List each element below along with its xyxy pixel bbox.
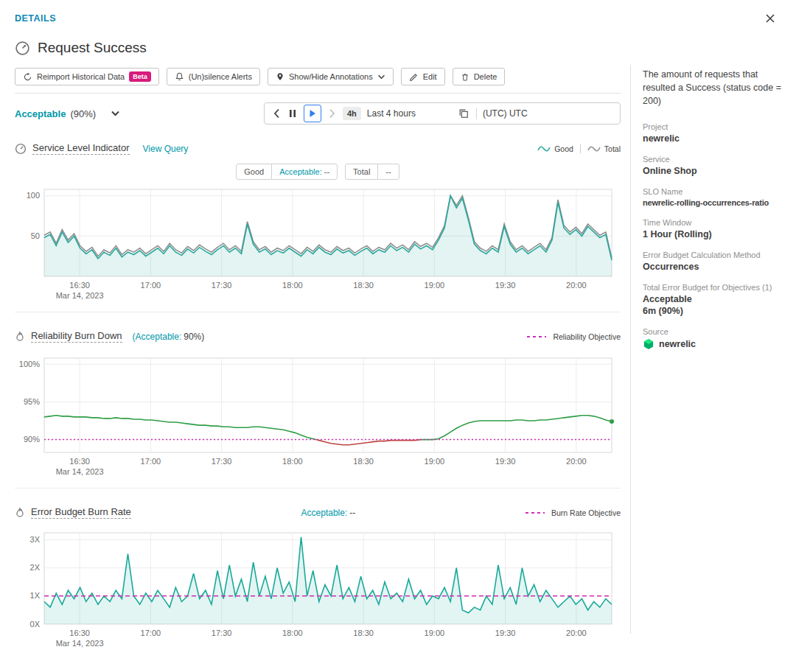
error-budget-field: Total Error Budget for Objectives (1) Ac… [643, 283, 790, 316]
svg-text:18:00: 18:00 [282, 629, 303, 637]
slo-details-page: DETAILS Request Success Reimport Histori… [0, 0, 796, 672]
copy-timerange-button[interactable] [457, 107, 470, 120]
pause-button[interactable] [287, 108, 298, 119]
time-window-label: Time Window [643, 218, 790, 227]
svg-text:18:30: 18:30 [353, 457, 374, 466]
time-window-field: Time Window 1 Hour (Rolling) [643, 218, 790, 239]
burndown-title: Reliability Burn Down [31, 330, 122, 343]
section-divider [15, 488, 621, 489]
time-forward-button[interactable] [327, 107, 337, 120]
objective-selector[interactable]: Acceptable (90%) [15, 108, 120, 119]
details-sidebar: The amount of requests that resulted a S… [643, 68, 790, 361]
burnrate-subtitle: Acceptable:-- [301, 508, 356, 518]
svg-text:17:00: 17:00 [141, 281, 161, 290]
burnrate-section: Error Budget Burn Rate Acceptable:-- Bur… [15, 506, 621, 651]
svg-text:Mar 14, 2023: Mar 14, 2023 [56, 467, 104, 476]
sli-summary-row: Good Acceptable: -- Total -- [15, 164, 621, 180]
summary-good-badge: Good [236, 164, 272, 180]
view-query-link[interactable]: View Query [143, 144, 189, 154]
svg-text:Mar 14, 2023: Mar 14, 2023 [56, 291, 104, 300]
burnrate-legend: Burn Rate Objective [526, 508, 621, 517]
svg-text:17:00: 17:00 [141, 457, 161, 466]
service-field: Service Online Shop [643, 155, 790, 176]
burnrate-header: Error Budget Burn Rate Acceptable:-- Bur… [15, 506, 621, 519]
svg-text:20:00: 20:00 [566, 457, 587, 466]
burndown-flame-icon [15, 331, 25, 343]
slo-name-label: SLO Name [643, 187, 790, 196]
good-series-icon [537, 145, 551, 153]
burndown-section: Reliability Burn Down (Acceptable:90%) R… [15, 330, 621, 479]
svg-text:18:30: 18:30 [353, 281, 374, 290]
objective-name: Acceptable [15, 108, 66, 119]
delete-button[interactable]: Delete [453, 68, 506, 85]
trash-icon [461, 72, 469, 82]
legend-divider [580, 144, 581, 153]
svg-text:20:00: 20:00 [566, 629, 587, 637]
time-window-value: 1 Hour (Rolling) [643, 229, 790, 239]
service-label: Service [643, 155, 790, 164]
close-button[interactable] [764, 12, 777, 25]
slo-name-value: newrelic-rolling-occurrences-ratio [643, 198, 790, 207]
pencil-icon [409, 72, 419, 82]
error-budget-value: 6m (90%) [643, 306, 790, 316]
legend-total-label: Total [604, 144, 621, 153]
burnrate-objective-label: Burn Rate Objective [551, 508, 621, 517]
beta-badge: Beta [129, 71, 151, 82]
title-row: Request Success [15, 40, 621, 56]
slo-description: The amount of requests that resulted a S… [643, 68, 790, 108]
details-heading: DETAILS [15, 13, 56, 24]
summary-total-badge: Total [345, 164, 378, 180]
controls-row: Acceptable (90%) 4h Last 4 hours [15, 102, 621, 125]
silence-label: (Un)silence Alerts [189, 72, 252, 81]
edit-button[interactable]: Edit [401, 68, 445, 85]
bell-icon [175, 71, 184, 82]
timezone-label: (UTC) UTC [483, 108, 528, 119]
svg-text:2X: 2X [30, 563, 41, 572]
panel-divider [630, 65, 631, 634]
svg-text:18:30: 18:30 [353, 629, 374, 637]
service-value: Online Shop [643, 166, 790, 176]
svg-text:19:30: 19:30 [495, 281, 516, 290]
annotations-button[interactable]: Show/Hide Annotations [268, 68, 394, 85]
sli-section: Service Level Indicator View Query Good … [15, 142, 621, 303]
svg-text:18:00: 18:00 [282, 281, 303, 290]
sli-chart-canvas: 16:30Mar 14, 202317:0017:3018:0018:3019:… [15, 189, 616, 303]
svg-text:95%: 95% [24, 397, 40, 406]
svg-text:1X: 1X [30, 591, 41, 600]
silence-alerts-button[interactable]: (Un)silence Alerts [167, 68, 260, 85]
sli-header: Service Level Indicator View Query Good … [15, 142, 621, 155]
svg-text:3X: 3X [30, 535, 41, 544]
reliability-objective-label: Reliability Objective [553, 332, 621, 341]
main-panel: Request Success Reimport Historical Data… [0, 27, 631, 651]
controls-divider [476, 108, 477, 119]
svg-text:Mar 14, 2023: Mar 14, 2023 [56, 639, 104, 648]
burndown-subtitle: (Acceptable:90%) [133, 332, 205, 342]
reimport-historical-data-button[interactable]: Reimport Historical Data Beta [15, 68, 159, 85]
error-budget-objective: Acceptable [643, 294, 790, 304]
burnrate-chart-canvas: 16:30Mar 14, 202317:0017:3018:0018:3019:… [15, 532, 616, 651]
svg-text:16:30: 16:30 [69, 281, 90, 290]
burndown-legend: Reliability Objective [527, 332, 621, 341]
range-badge: 4h [343, 107, 361, 120]
objective-line-icon [526, 512, 545, 514]
summary-total-value-badge: -- [377, 164, 399, 180]
svg-text:16:30: 16:30 [69, 457, 90, 466]
annotations-label: Show/Hide Annotations [289, 72, 373, 81]
slo-gauge-icon [15, 41, 30, 56]
burndown-chart-canvas: 16:30Mar 14, 202317:0017:3018:0018:3019:… [15, 357, 616, 479]
time-back-button[interactable] [272, 107, 282, 120]
source-field: Source newrelic [643, 327, 790, 350]
svg-text:19:30: 19:30 [495, 457, 516, 466]
burnrate-title: Error Budget Burn Rate [31, 506, 131, 519]
range-label[interactable]: Last 4 hours [367, 108, 416, 119]
newrelic-logo-icon [643, 338, 654, 350]
refresh-icon [23, 72, 32, 82]
section-divider [15, 312, 621, 312]
reimport-label: Reimport Historical Data [37, 72, 125, 81]
delete-label: Delete [474, 72, 498, 81]
play-button[interactable] [304, 105, 321, 122]
svg-text:19:00: 19:00 [425, 281, 445, 290]
calc-method-field: Error Budget Calculation Method Occurren… [643, 251, 790, 272]
sli-legend: Good Total [537, 144, 621, 153]
chevron-down-icon [377, 74, 385, 80]
